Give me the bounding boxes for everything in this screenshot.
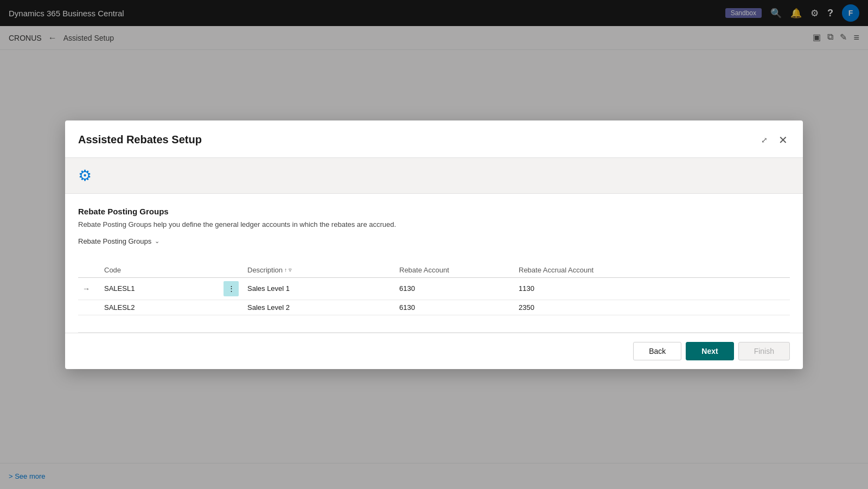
modal-header: Assisted Rebates Setup ⤢ ✕ xyxy=(65,120,803,158)
row2-rebate-account[interactable]: 6130 xyxy=(395,300,514,315)
rebate-posting-groups-table: Code Description ↑ ▿ Rebate Account Reba… xyxy=(78,263,790,333)
modal-footer: Back Next Finish xyxy=(65,333,803,369)
modal-dialog: Assisted Rebates Setup ⤢ ✕ ⚙ Rebate Post… xyxy=(65,120,803,369)
finish-button: Finish xyxy=(738,342,790,360)
row-context-menu-button[interactable]: ⋮ xyxy=(224,281,239,296)
gear-banner: ⚙ xyxy=(65,158,803,194)
table-header-row: Code Description ↑ ▿ Rebate Account Reba… xyxy=(78,263,790,278)
modal-close-button[interactable]: ✕ xyxy=(776,131,790,149)
modal-expand-button[interactable]: ⤢ xyxy=(759,134,770,147)
row2-rebate-accrual-account[interactable]: 2350 xyxy=(514,300,790,315)
row2-description[interactable]: Sales Level 2 xyxy=(243,300,395,315)
modal-header-actions: ⤢ ✕ xyxy=(759,131,790,149)
table-empty-row xyxy=(78,315,790,332)
chevron-down-icon: ⌄ xyxy=(155,238,159,245)
modal-overlay: Assisted Rebates Setup ⤢ ✕ ⚙ Rebate Post… xyxy=(0,0,868,489)
col-actions-header xyxy=(219,263,243,278)
description-sort[interactable]: Description ↑ ▿ xyxy=(247,266,292,274)
section-desc: Rebate Posting Groups help you define th… xyxy=(78,220,790,228)
modal-body: ⚙ Rebate Posting Groups Rebate Posting G… xyxy=(65,158,803,333)
row2-code[interactable]: SALESL2 xyxy=(100,300,219,315)
modal-title: Assisted Rebates Setup xyxy=(78,134,202,146)
section-heading: Rebate Posting Groups xyxy=(78,207,790,216)
content-section: Rebate Posting Groups Rebate Posting Gro… xyxy=(65,194,803,263)
row1-description[interactable]: Sales Level 1 xyxy=(243,277,395,300)
col-rebate-account-header: Rebate Account xyxy=(395,263,514,278)
filter-icon[interactable]: ▿ xyxy=(289,266,292,274)
table-row[interactable]: SALESL2 Sales Level 2 6130 2350 xyxy=(78,300,790,315)
section-link[interactable]: Rebate Posting Groups ⌄ xyxy=(78,237,790,245)
back-button[interactable]: Back xyxy=(633,342,681,360)
col-arrow xyxy=(78,263,100,278)
row1-rebate-account[interactable]: 6130 xyxy=(395,277,514,300)
gear-icon: ⚙ xyxy=(78,167,92,184)
row2-menu xyxy=(219,300,243,315)
next-button[interactable]: Next xyxy=(686,342,733,360)
row1-rebate-accrual-account[interactable]: 1130 xyxy=(514,277,790,300)
row1-menu[interactable]: ⋮ xyxy=(219,277,243,300)
sort-asc-icon: ↑ xyxy=(284,267,287,273)
table-wrap: Code Description ↑ ▿ Rebate Account Reba… xyxy=(65,263,803,333)
section-link-text: Rebate Posting Groups xyxy=(78,237,151,245)
row1-code[interactable]: SALESL1 xyxy=(100,277,219,300)
col-description-header[interactable]: Description ↑ ▿ xyxy=(243,263,395,278)
col-rebate-accrual-account-header: Rebate Accrual Account xyxy=(514,263,790,278)
row2-arrow xyxy=(78,300,100,315)
col-code-header: Code xyxy=(100,263,219,278)
row1-arrow: → xyxy=(78,277,100,300)
table-row[interactable]: → SALESL1 ⋮ Sales Level 1 6130 1130 xyxy=(78,277,790,300)
